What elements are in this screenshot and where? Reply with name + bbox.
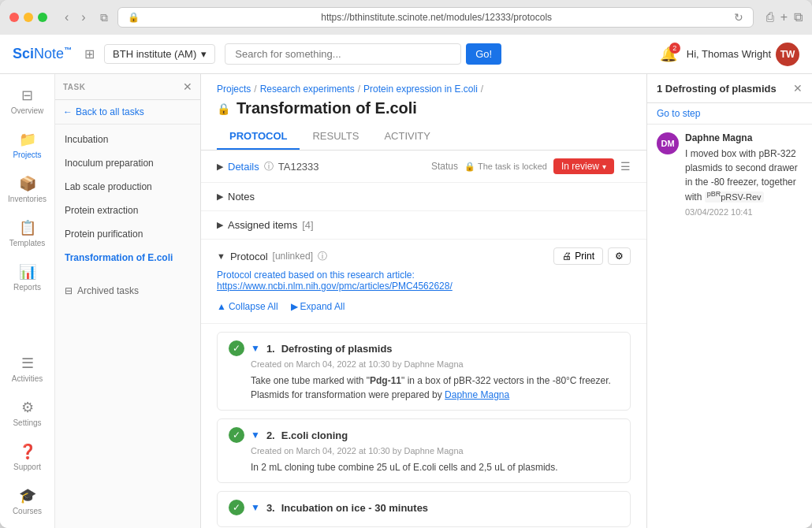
task-item-lab-scale[interactable]: Lab scale production (55, 175, 200, 199)
breadcrumb-research[interactable]: Research experiments (260, 84, 355, 95)
step-1-meta: Created on March 04, 2022 at 10:30 by Da… (251, 359, 619, 369)
details-bar: ▶ Details ⓘ TA12333 Status 🔒 The task is… (201, 151, 646, 183)
logo-text: SciNote™ (13, 46, 72, 62)
lock-small-icon: 🔒 (464, 162, 475, 172)
task-list: Incubation Inoculum preparation Lab scal… (55, 125, 200, 273)
comment-close-button[interactable]: ✕ (793, 82, 803, 95)
status-label: Status (431, 161, 458, 172)
step-item-3: ✓ ▼ 3. Incubation on ice - 30 minutes (217, 491, 631, 527)
notification-icon[interactable]: 🔔 2 (660, 46, 677, 63)
comment-panel: 1 Defrosting of plasmids ✕ Go to step DM… (646, 74, 812, 528)
tab-results[interactable]: RESULTS (300, 124, 371, 150)
assigned-items-bar[interactable]: ▶ Assigned items [4] (201, 211, 646, 240)
commenter-name: Daphne Magna (685, 132, 803, 143)
step-3-check[interactable]: ✓ (229, 500, 244, 515)
status-right: Status 🔒 The task is locked In review ▾ … (431, 158, 631, 174)
task-header-label: TASK (63, 83, 85, 91)
protocol-header-left: ▼ Protocol [unlinked] ⓘ (217, 250, 327, 263)
assigned-items-count: [4] (302, 219, 313, 231)
avatar[interactable]: TW (776, 43, 799, 66)
archived-tasks-link[interactable]: ⊟ Archived tasks (55, 279, 200, 303)
breadcrumb-protein[interactable]: Protein expression in E.coli (363, 84, 478, 95)
step-3-toggle[interactable]: ▼ (251, 502, 260, 513)
protocol-settings-button[interactable]: ⚙ (608, 247, 631, 265)
step-2-content: In 2 mL cloning tube combine 25 uL of E.… (251, 460, 619, 474)
tab-activity[interactable]: ACTIVITY (371, 124, 443, 150)
task-item-protein-extraction[interactable]: Protein extraction (55, 199, 200, 222)
info-icon: ⓘ (264, 160, 274, 173)
details-label[interactable]: Details (228, 161, 259, 173)
step-2-check[interactable]: ✓ (229, 427, 244, 443)
unlinked-tag: [unlinked] (273, 251, 313, 262)
sidebar-item-templates[interactable]: 📋 Templates (4, 213, 51, 254)
assigned-items-label: Assigned items (228, 219, 297, 231)
step-1-toggle[interactable]: ▼ (251, 343, 260, 354)
protocol-toggle-icon[interactable]: ▼ (217, 251, 225, 261)
status-badge[interactable]: In review ▾ (553, 158, 614, 174)
maximize-dot[interactable] (38, 13, 47, 22)
tab-protocol[interactable]: PROTOCOL (217, 124, 300, 150)
top-nav: SciNote™ ⊞ BTH institute (AM) ▾ Go! 🔔 2 … (0, 35, 812, 74)
expand-all-button[interactable]: ▶ Expand All (291, 301, 345, 312)
details-toggle-icon[interactable]: ▶ (217, 162, 223, 172)
sidebar-item-courses[interactable]: 🎓 Courses (4, 481, 51, 522)
sidebar-item-overview[interactable]: ⊟ Overview (4, 80, 51, 121)
task-close-button[interactable]: ✕ (183, 80, 192, 93)
refresh-icon[interactable]: ↻ (734, 11, 743, 24)
task-item-inoculum[interactable]: Inoculum preparation (55, 151, 200, 175)
comment-time: 03/04/2022 10:41 (685, 207, 803, 217)
comment-header: 1 Defrosting of plasmids ✕ (647, 74, 812, 103)
sidebar-item-settings[interactable]: ⚙ Settings (4, 392, 51, 433)
share-icon[interactable]: ⎙ (766, 10, 774, 24)
new-tab-icon[interactable]: + (780, 10, 788, 24)
breadcrumb-projects[interactable]: Projects (217, 84, 251, 95)
step-2-toggle[interactable]: ▼ (251, 429, 260, 441)
window-icon: ⧉ (100, 11, 108, 24)
step-2-meta: Created on March 04, 2022 at 10:30 by Da… (251, 446, 619, 455)
protocol-actions: 🖨 Print ⚙ (553, 247, 631, 265)
activities-icon: ☰ (21, 355, 34, 372)
details-id: TA12333 (278, 161, 319, 173)
protocol-source-link: Protocol created based on this research … (217, 270, 631, 292)
notes-bar[interactable]: ▶ Notes (201, 183, 646, 211)
page-title-row: 🔒 Transformation of E.coli (217, 99, 631, 117)
protocol-label: Protocol (230, 251, 268, 262)
list-icon[interactable]: ☰ (620, 160, 631, 173)
back-to-tasks-link[interactable]: ← Back to all tasks (55, 100, 200, 125)
step-1-check[interactable]: ✓ (229, 340, 244, 356)
protocol-header: ▼ Protocol [unlinked] ⓘ 🖨 Print ⚙ (217, 247, 631, 265)
task-item-transformation[interactable]: Transformation of E.coli (55, 246, 200, 270)
task-item-protein-purification[interactable]: Protein purification (55, 222, 200, 246)
assigned-toggle-icon: ▶ (217, 220, 223, 230)
close-dot[interactable] (9, 13, 19, 22)
step-1-title: Defrosting of plasmids (281, 343, 393, 355)
go-to-step-link[interactable]: Go to step (647, 103, 812, 125)
sidebar-item-inventories[interactable]: 📦 Inventories (4, 169, 51, 210)
main-content: Projects / Research experiments / Protei… (201, 74, 646, 528)
source-url-link[interactable]: https://www.ncbi.nlm.nih.gov/pmc/article… (217, 281, 453, 292)
institute-selector[interactable]: BTH institute (AM) ▾ (104, 44, 215, 64)
address-bar[interactable]: 🔒 https://bthinstitute.scinote.net/modul… (117, 7, 754, 28)
nav-right: 🔔 2 Hi, Thomas Wright TW (660, 43, 799, 66)
extensions-icon[interactable]: ⧉ (794, 10, 803, 24)
step-item-1: ✓ ▼ 1. Defrosting of plasmids Created on… (217, 332, 631, 411)
search-input[interactable] (225, 43, 461, 65)
collapse-all-button[interactable]: ▲ Collapse All (217, 301, 278, 312)
protocol-info-icon: ⓘ (318, 250, 327, 263)
sidebar-item-activities[interactable]: ☰ Activities (4, 348, 51, 389)
page-title: Transformation of E.coli (237, 99, 417, 117)
sidebar-item-reports[interactable]: 📊 Reports (4, 257, 51, 298)
minimize-dot[interactable] (24, 13, 33, 22)
sidebar-item-support[interactable]: ❓ Support (4, 437, 51, 478)
task-item-incubation[interactable]: Incubation (55, 128, 200, 151)
daphne-magna-link[interactable]: Daphne Magna (445, 389, 509, 400)
collapse-icon: ▲ (217, 301, 226, 312)
commenter-avatar: DM (657, 132, 679, 154)
back-button[interactable]: ‹ (60, 9, 73, 26)
browser-nav: ‹ › (60, 9, 91, 26)
sidebar-item-projects[interactable]: 📁 Projects (4, 125, 51, 165)
print-button[interactable]: 🖨 Print (553, 247, 603, 265)
forward-button[interactable]: › (76, 9, 90, 26)
grid-icon[interactable]: ⊞ (84, 46, 95, 61)
go-button[interactable]: Go! (466, 43, 501, 65)
